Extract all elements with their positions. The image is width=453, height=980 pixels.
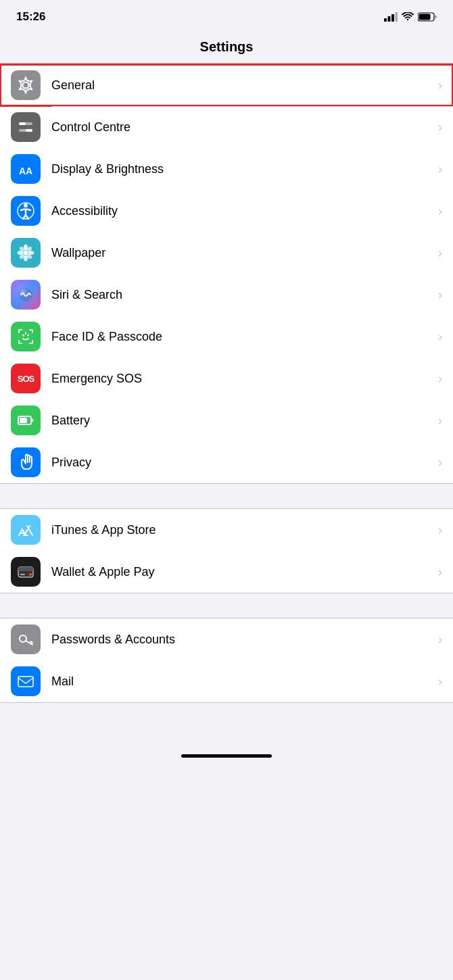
svg-point-6: [23, 82, 29, 89]
hand-icon: [16, 453, 35, 472]
svg-rect-2: [391, 14, 394, 22]
home-indicator: [181, 754, 272, 758]
svg-rect-1: [388, 16, 391, 22]
section-gap-2: [0, 593, 453, 618]
display-brightness-icon: AA: [11, 154, 41, 184]
svg-rect-8: [19, 122, 26, 125]
accessibility-person-icon: [16, 201, 35, 220]
gear-icon: [16, 76, 35, 95]
flower-icon: [16, 243, 35, 262]
itunes-icon: [11, 515, 41, 545]
section-2: iTunes & App Store › Wallet & Apple Pay …: [0, 508, 453, 593]
section-1: General › Control Centre › AA Display & …: [0, 64, 453, 484]
general-icon: [11, 70, 41, 100]
passwords-accounts-chevron: ›: [438, 633, 442, 647]
settings-row-siri-search[interactable]: Siri & Search ›: [0, 274, 453, 316]
svg-rect-5: [419, 14, 431, 20]
settings-row-wallpaper[interactable]: Wallpaper ›: [0, 232, 453, 274]
siri-search-label: Siri & Search: [51, 288, 433, 302]
emergency-sos-label: Emergency SOS: [51, 372, 433, 386]
siri-search-chevron: ›: [438, 288, 442, 302]
svg-rect-34: [28, 573, 30, 576]
siri-icon: [11, 280, 41, 310]
settings-row-accessibility[interactable]: Accessibility ›: [0, 190, 453, 232]
svg-text:AA: AA: [19, 166, 32, 176]
passwords-icon: [11, 624, 41, 654]
signal-icon: [384, 12, 398, 22]
face-id-icon: [11, 322, 41, 351]
face-id-chevron: ›: [438, 330, 442, 344]
general-chevron: ›: [438, 78, 442, 93]
toggles-icon: [16, 118, 35, 137]
settings-row-mail[interactable]: Mail ›: [0, 660, 453, 702]
siri-wave-icon: [16, 285, 35, 304]
battery-row-icon: [11, 406, 41, 435]
passwords-accounts-label: Passwords & Accounts: [51, 633, 433, 647]
svg-rect-31: [18, 569, 33, 571]
battery-label: Battery: [51, 414, 433, 428]
control-centre-label: Control Centre: [51, 120, 433, 134]
wallet-card-icon: [16, 562, 35, 581]
svg-rect-32: [20, 574, 25, 575]
svg-rect-0: [384, 18, 387, 22]
bottom-area: [0, 703, 453, 743]
wallpaper-label: Wallpaper: [51, 246, 433, 260]
privacy-label: Privacy: [51, 456, 433, 470]
nav-header: Settings: [0, 34, 453, 64]
emergency-sos-chevron: ›: [438, 372, 442, 386]
svg-rect-36: [18, 677, 33, 687]
status-bar: 15:26: [0, 0, 453, 34]
general-label: General: [51, 78, 433, 93]
svg-rect-3: [396, 12, 398, 22]
page-title: Settings: [200, 39, 254, 54]
wallet-icon: [11, 557, 41, 587]
mail-label: Mail: [51, 675, 433, 689]
svg-point-12: [24, 203, 28, 207]
settings-row-wallet-apple-pay[interactable]: Wallet & Apple Pay ›: [0, 551, 453, 593]
settings-row-display-brightness[interactable]: AA Display & Brightness ›: [0, 148, 453, 190]
battery-row-svg-icon: [16, 411, 35, 430]
battery-icon: [418, 12, 437, 22]
key-icon: [16, 630, 35, 649]
control-centre-chevron: ›: [438, 120, 442, 134]
svg-rect-27: [20, 418, 27, 423]
svg-point-25: [27, 335, 29, 337]
mail-chevron: ›: [438, 675, 442, 689]
status-time: 15:26: [16, 10, 45, 24]
settings-row-general[interactable]: General ›: [0, 64, 453, 106]
face-id-label: Face ID & Passcode: [51, 330, 433, 344]
settings-row-face-id[interactable]: Face ID & Passcode ›: [0, 316, 453, 358]
privacy-icon: [11, 447, 41, 477]
settings-row-battery[interactable]: Battery ›: [0, 399, 453, 441]
settings-row-control-centre[interactable]: Control Centre ›: [0, 106, 453, 148]
section-gap-1: [0, 484, 453, 508]
privacy-chevron: ›: [438, 456, 442, 470]
accessibility-chevron: ›: [438, 204, 442, 218]
aa-icon: AA: [16, 160, 35, 178]
battery-chevron: ›: [438, 414, 442, 428]
itunes-app-store-chevron: ›: [438, 523, 442, 537]
display-brightness-chevron: ›: [438, 162, 442, 176]
settings-row-itunes-app-store[interactable]: iTunes & App Store ›: [0, 509, 453, 551]
settings-row-privacy[interactable]: Privacy ›: [0, 441, 453, 483]
envelope-icon: [16, 672, 35, 691]
control-centre-icon: [11, 112, 41, 142]
settings-row-emergency-sos[interactable]: SOS Emergency SOS ›: [0, 358, 453, 399]
face-scan-icon: [16, 327, 35, 346]
emergency-sos-icon: SOS: [11, 364, 41, 393]
app-store-icon: [16, 520, 35, 539]
wallpaper-chevron: ›: [438, 246, 442, 260]
wallet-apple-pay-label: Wallet & Apple Pay: [51, 565, 433, 579]
settings-row-passwords-accounts[interactable]: Passwords & Accounts ›: [0, 618, 453, 660]
svg-rect-10: [26, 129, 32, 132]
section-3: Passwords & Accounts › Mail ›: [0, 618, 453, 703]
sos-text: SOS: [18, 374, 34, 384]
accessibility-label: Accessibility: [51, 204, 433, 218]
mail-icon: [11, 666, 41, 696]
itunes-app-store-label: iTunes & App Store: [51, 523, 433, 537]
wifi-icon: [402, 12, 414, 22]
wallpaper-icon: [11, 238, 41, 268]
svg-point-14: [24, 251, 28, 255]
wallet-apple-pay-chevron: ›: [438, 565, 442, 579]
svg-point-24: [22, 335, 24, 337]
